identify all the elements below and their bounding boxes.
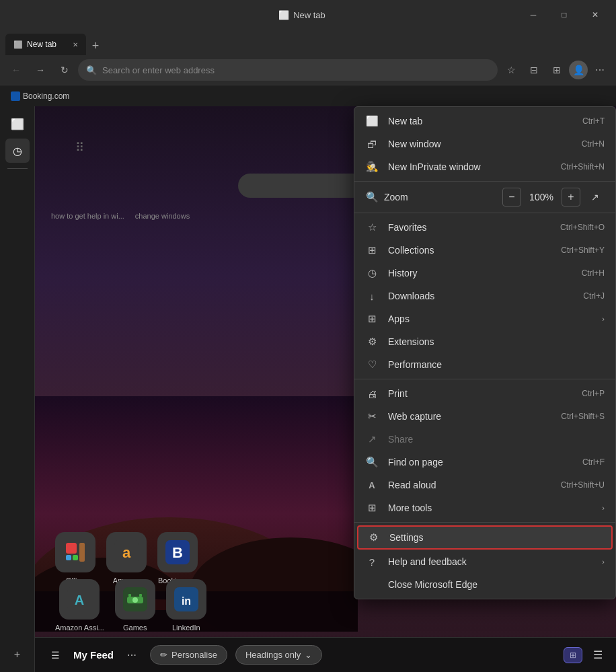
headings-label: Headings only [245, 650, 301, 660]
quicklink-games-icon [115, 579, 155, 620]
chevron-icon: ⌄ [305, 650, 312, 660]
help-label: Help and feedback [388, 556, 587, 567]
sidebar-add-button[interactable]: + [5, 642, 30, 667]
read-aloud-label: Read aloud [388, 480, 551, 490]
menu-item-downloads[interactable]: ↓ Downloads Ctrl+J [354, 285, 615, 307]
forward-icon: → [36, 65, 45, 75]
quicklink-games-label: Games [123, 624, 147, 632]
quicklink-amazon-assist[interactable]: A Amazon Assi... [55, 579, 104, 632]
refresh-icon: ↻ [61, 65, 69, 75]
favorites-icon: ☆ [365, 221, 379, 234]
menu-item-web-capture[interactable]: ✂ Web capture Ctrl+Shift+S [354, 405, 615, 428]
zoom-expand-button[interactable]: ↗ [586, 188, 605, 207]
quicklink-office[interactable]: Office [55, 532, 95, 585]
quicklink-booking[interactable]: B Booking.cor [157, 532, 198, 585]
title-bar-icon: ⬜ [278, 10, 289, 20]
quicklink-games[interactable]: Games [115, 579, 155, 632]
collections-label: Collections [388, 245, 551, 256]
sidebar-history-button[interactable]: ◷ [5, 139, 30, 163]
settings-icon: ⚙ [367, 531, 380, 544]
close-button[interactable]: ✕ [580, 4, 611, 26]
menu-item-read-aloud[interactable]: A Read aloud Ctrl+Shift+U [354, 474, 615, 496]
collections-icon[interactable]: ⊞ [546, 59, 568, 81]
quicklink-booking-icon: B [157, 532, 198, 572]
bottom-headings-button[interactable]: Headings only ⌄ [235, 645, 322, 665]
find-shortcut: Ctrl+F [582, 457, 605, 467]
bottom-lines-button[interactable]: ☰ [590, 646, 605, 664]
menu-item-share: ↗ Share [354, 428, 615, 451]
profile-button[interactable]: 👤 [569, 61, 588, 79]
new-tab-button[interactable]: + [86, 36, 105, 55]
performance-icon: ♡ [365, 358, 379, 371]
menu-item-print[interactable]: 🖨 Print Ctrl+P [354, 382, 615, 405]
title-bar-title: New tab [293, 10, 325, 20]
menu-item-help-feedback[interactable]: ? Help and feedback › [354, 550, 615, 573]
menu-item-close-edge[interactable]: Close Microsoft Edge [354, 573, 615, 596]
menu-divider-3 [354, 379, 615, 379]
quicklink-linkedin[interactable]: in LinkedIn [166, 579, 206, 632]
zoom-increment-button[interactable]: + [562, 188, 580, 207]
zoom-decrement-button[interactable]: − [502, 188, 521, 207]
svg-rect-6 [66, 543, 77, 554]
share-icon: ↗ [365, 433, 379, 446]
new-window-shortcut: Ctrl+N [582, 139, 605, 149]
tab-new-tab[interactable]: ⬜ New tab ✕ [5, 34, 86, 55]
forward-button[interactable]: → [30, 59, 51, 81]
menu-item-collections[interactable]: ⊞ Collections Ctrl+Shift+Y [354, 239, 615, 262]
menu-item-new-inprivate[interactable]: 🕵 New InPrivate window Ctrl+Shift+N [354, 155, 615, 178]
quicklink-amazon-assist-label: Amazon Assi... [55, 624, 104, 632]
menu-item-new-tab[interactable]: ⬜ New tab Ctrl+T [354, 110, 615, 133]
menu-item-favorites[interactable]: ☆ Favorites Ctrl+Shift+O [354, 216, 615, 239]
menu-item-history[interactable]: ◷ History Ctrl+H [354, 262, 615, 285]
menu-item-extensions[interactable]: ⚙ Extensions [354, 330, 615, 353]
menu-item-settings[interactable]: ⚙ Settings [357, 525, 613, 550]
svg-rect-7 [66, 555, 71, 560]
title-bar: ⬜ New tab ─ □ ✕ [0, 0, 616, 30]
fav-icon [11, 91, 20, 101]
svg-rect-20 [139, 594, 142, 597]
print-label: Print [388, 388, 572, 399]
favorites-icon[interactable]: ☆ [500, 59, 522, 81]
quicklink-amazon[interactable]: a Amazon [106, 532, 147, 585]
more-button[interactable]: ⋯ [589, 59, 611, 81]
toolbar-actions: ☆ ⊟ ⊞ 👤 ⋯ [500, 59, 611, 81]
apps-label: Apps [388, 313, 587, 324]
menu-item-apps[interactable]: ⊞ Apps › [354, 307, 615, 330]
bottom-more-button[interactable]: ⋯ [122, 646, 142, 665]
bottom-menu-icon: ☰ [51, 650, 60, 661]
grid-dots[interactable]: ⠿ [75, 140, 84, 155]
menu-item-more-tools[interactable]: ⊞ More tools › [354, 496, 615, 519]
add-icon: + [14, 648, 20, 661]
minimize-button[interactable]: ─ [518, 4, 549, 26]
suggestion-2[interactable]: change windows [132, 211, 192, 221]
personalise-icon: ✏ [160, 650, 167, 660]
suggestion-1[interactable]: how to get help in wi... [48, 211, 127, 221]
favorites-bar-item[interactable]: Booking.com [8, 90, 72, 102]
back-button[interactable]: ← [5, 59, 27, 81]
bottom-personalise-button[interactable]: ✏ Personalise [150, 645, 227, 665]
downloads-label: Downloads [388, 291, 574, 301]
split-tab-icon[interactable]: ⊟ [523, 59, 545, 81]
menu-item-find-on-page[interactable]: 🔍 Find on page Ctrl+F [354, 451, 615, 474]
quicklink-linkedin-icon: in [166, 579, 206, 620]
zoom-icon: 🔍 [365, 190, 379, 204]
new-window-icon: 🗗 [365, 137, 379, 151]
favorites-shortcut: Ctrl+Shift+O [560, 223, 605, 232]
menu-item-performance[interactable]: ♡ Performance [354, 353, 615, 376]
svg-rect-8 [73, 555, 78, 560]
tab-close-icon[interactable]: ✕ [73, 41, 78, 48]
web-capture-icon: ✂ [365, 410, 379, 423]
address-bar[interactable]: 🔍 Search or enter web address [78, 59, 498, 81]
more-tools-icon: ⊞ [365, 501, 379, 515]
title-bar-controls: ─ □ ✕ [518, 4, 611, 26]
maximize-button[interactable]: □ [549, 4, 580, 26]
sidebar-tabs-button[interactable]: ⬜ [5, 112, 30, 136]
refresh-button[interactable]: ↻ [54, 59, 75, 81]
sidebar: ⬜ ◷ + [0, 106, 35, 672]
menu-item-new-window[interactable]: 🗗 New window Ctrl+N [354, 133, 615, 155]
bottom-menu-button[interactable]: ☰ [46, 646, 65, 665]
fav-label: Booking.com [23, 91, 69, 101]
bottom-grid-button[interactable]: ⊞ [564, 647, 582, 663]
help-arrow: › [602, 558, 605, 566]
extensions-icon: ⚙ [365, 335, 379, 348]
